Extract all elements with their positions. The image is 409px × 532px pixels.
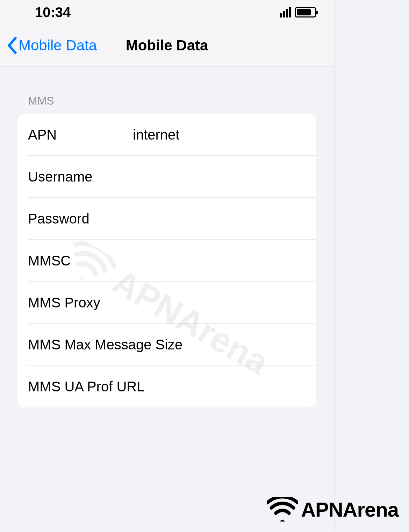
back-label: Mobile Data [19,37,97,54]
status-icons [280,7,316,17]
mmsc-input[interactable] [133,253,310,269]
settings-group-mms: APN Username Password MMSC MMS Proxy MMS [17,114,316,407]
username-label: Username [28,169,133,185]
row-username[interactable]: Username [17,156,316,198]
mmsc-label: MMSC [28,253,133,269]
row-mms-max-size[interactable]: MMS Max Message Size [17,324,316,366]
apn-input[interactable] [133,127,310,143]
page-title: Mobile Data [126,37,208,54]
wifi-icon [267,497,298,522]
section-header-mms: MMS [17,94,316,107]
footer-brand: APNArena [267,497,399,522]
mms-ua-label: MMS UA Prof URL [28,379,306,395]
footer-brand-text: APNArena [301,498,399,521]
cellular-signal-icon [280,7,291,17]
chevron-left-icon [7,37,17,54]
status-time: 10:34 [35,5,71,20]
password-input[interactable] [133,211,310,227]
row-mms-ua-prof[interactable]: MMS UA Prof URL [17,366,316,407]
navigation-bar: Mobile Data Mobile Data [0,24,334,66]
back-button[interactable]: Mobile Data [7,37,97,54]
status-bar: 10:34 [0,0,334,24]
password-label: Password [28,211,133,227]
row-mms-proxy[interactable]: MMS Proxy [17,282,316,324]
mms-proxy-input[interactable] [133,295,310,311]
mms-max-label: MMS Max Message Size [28,337,306,353]
mms-proxy-label: MMS Proxy [28,295,133,311]
battery-icon [295,7,316,17]
username-input[interactable] [133,169,310,185]
row-password[interactable]: Password [17,198,316,240]
apn-label: APN [28,127,133,143]
row-apn[interactable]: APN [17,114,316,156]
row-mmsc[interactable]: MMSC [17,240,316,282]
